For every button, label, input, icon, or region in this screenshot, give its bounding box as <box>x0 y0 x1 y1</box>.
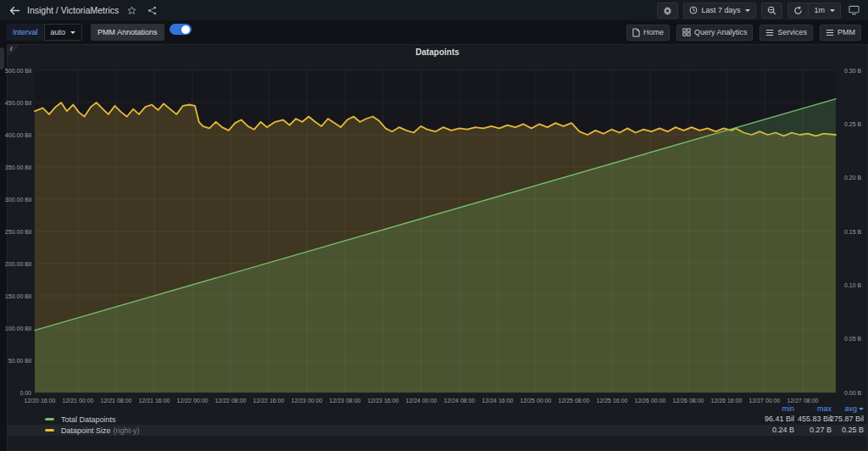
refresh-interval-picker[interactable]: 1m <box>809 3 841 19</box>
navbar-left: Insight / VictoriaMetrics <box>7 3 159 18</box>
link-query-analytics[interactable]: Query Analytics <box>676 25 754 41</box>
back-button[interactable] <box>7 3 22 18</box>
menu-icon <box>765 29 774 36</box>
svg-text:100.00 Bil: 100.00 Bil <box>5 326 32 331</box>
svg-text:0.25 B: 0.25 B <box>844 121 862 127</box>
kiosk-mode-button[interactable] <box>846 3 861 18</box>
svg-text:200.00 Bil: 200.00 Bil <box>5 261 32 267</box>
share-button[interactable] <box>144 3 159 18</box>
svg-text:0.15 B: 0.15 B <box>844 229 862 235</box>
legend-header-row: min max avg <box>8 404 867 414</box>
chevron-down-icon <box>745 9 750 12</box>
sidebar-edge-indicator[interactable] <box>0 47 4 70</box>
interval-variable: Interval auto <box>7 24 82 41</box>
legend-row-total-datapoints: Total Datapoints 96.41 Bil 455.83 Bil 27… <box>8 414 867 425</box>
svg-text:400.00 Bil: 400.00 Bil <box>5 132 32 138</box>
legend-sort-avg[interactable]: avg <box>844 404 864 413</box>
zoom-out-button[interactable] <box>761 3 782 19</box>
svg-text:12/24 08:00: 12/24 08:00 <box>444 398 476 404</box>
link-label: Services <box>777 28 807 36</box>
svg-text:0.00: 0.00 <box>19 390 31 396</box>
timeseries-chart[interactable]: 500.00 Bil450.00 Bil400.00 Bil350.00 Bil… <box>8 45 868 404</box>
clock-icon <box>689 6 698 14</box>
svg-text:12/26 16:00: 12/26 16:00 <box>711 398 743 404</box>
svg-text:12/25 00:00: 12/25 00:00 <box>520 398 552 404</box>
svg-text:300.00 Bil: 300.00 Bil <box>5 197 32 203</box>
grid-icon <box>682 28 691 36</box>
refresh-button[interactable] <box>787 3 809 19</box>
svg-text:12/26 00:00: 12/26 00:00 <box>635 398 666 404</box>
svg-text:12/22 08:00: 12/22 08:00 <box>215 398 247 404</box>
link-pmm[interactable]: PMM <box>820 25 861 41</box>
refresh-interval-label: 1m <box>814 6 825 14</box>
svg-text:12/24 16:00: 12/24 16:00 <box>482 398 514 404</box>
svg-text:150.00 Bil: 150.00 Bil <box>5 293 32 299</box>
panel-datapoints: i Datapoints 500.00 Bil450.00 Bil400.00 … <box>7 44 868 451</box>
chevron-down-icon <box>70 31 75 34</box>
svg-text:12/21 16:00: 12/21 16:00 <box>139 398 170 404</box>
svg-text:12/25 16:00: 12/25 16:00 <box>597 398 628 404</box>
svg-text:12/23 08:00: 12/23 08:00 <box>330 398 361 404</box>
breadcrumb[interactable]: Insight / VictoriaMetrics <box>27 5 119 15</box>
refresh-group: 1m <box>787 3 841 19</box>
svg-text:0.10 B: 0.10 B <box>844 282 862 288</box>
legend-sort-max[interactable]: max <box>817 404 832 413</box>
zoom-out-icon <box>767 6 776 15</box>
interval-label: Interval <box>7 24 44 41</box>
dashboard-settings-button[interactable] <box>657 3 678 19</box>
monitor-icon <box>849 5 860 15</box>
series-color-dash <box>45 429 54 432</box>
legend-row-datapoint-size: Datapoint Size (right-y) 0.24 B 0.27 B 0… <box>8 425 867 436</box>
toggle-knob <box>181 25 190 34</box>
interval-select[interactable]: auto <box>44 24 83 41</box>
series-axis-suffix: (right-y) <box>114 426 140 435</box>
svg-text:12/22 16:00: 12/22 16:00 <box>253 398 285 404</box>
sort-desc-icon <box>859 408 864 410</box>
chevron-down-icon <box>830 9 835 12</box>
svg-text:12/21 00:00: 12/21 00:00 <box>63 398 94 404</box>
svg-text:450.00 Bil: 450.00 Bil <box>5 100 32 106</box>
svg-text:0.30 B: 0.30 B <box>844 68 862 74</box>
svg-text:0.05 B: 0.05 B <box>844 336 862 342</box>
file-icon <box>632 28 640 37</box>
menu-icon <box>826 29 834 36</box>
link-home[interactable]: Home <box>626 25 670 41</box>
top-navbar: Insight / VictoriaMetrics Last 7 days <box>0 0 868 20</box>
svg-text:0.00 B: 0.00 B <box>844 390 862 396</box>
stat-min: 96.41 Bil <box>765 415 794 423</box>
time-range-picker[interactable]: Last 7 days <box>683 3 756 19</box>
pmm-annotations-label: PMM Annotations <box>91 24 164 41</box>
svg-text:250.00 Bil: 250.00 Bil <box>5 229 32 235</box>
legend-sort-min[interactable]: min <box>782 404 794 413</box>
svg-text:12/23 00:00: 12/23 00:00 <box>292 398 323 404</box>
series-label[interactable]: Total Datapoints <box>61 415 116 424</box>
stat-max: 0.27 B <box>810 426 832 434</box>
chart-legend: min max avg Total Datapoints 96.41 Bil 4… <box>8 404 867 436</box>
svg-text:12/21 08:00: 12/21 08:00 <box>101 398 132 404</box>
gear-icon <box>663 6 672 15</box>
link-label: Home <box>643 28 664 36</box>
stat-avg: 275.87 Bil <box>830 415 864 423</box>
svg-text:500.00 Bil: 500.00 Bil <box>5 68 32 74</box>
pmm-annotations-control: PMM Annotations <box>91 24 192 41</box>
time-range-label: Last 7 days <box>701 6 740 14</box>
svg-text:12/20 16:00: 12/20 16:00 <box>25 398 56 404</box>
stat-min: 0.24 B <box>772 426 794 434</box>
star-button[interactable] <box>124 3 139 18</box>
pmm-annotations-toggle[interactable] <box>170 24 192 35</box>
stat-avg: 0.25 B <box>842 426 864 434</box>
svg-text:12/27 08:00: 12/27 08:00 <box>787 398 819 404</box>
star-icon <box>127 6 136 15</box>
refresh-icon <box>793 6 803 15</box>
submenu-left: Interval auto PMM Annotations <box>7 24 192 41</box>
link-services[interactable]: Services <box>760 25 813 41</box>
svg-text:350.00 Bil: 350.00 Bil <box>5 164 32 170</box>
legend-sort-avg-label: avg <box>844 404 857 413</box>
svg-text:50.00 Bil: 50.00 Bil <box>8 358 32 364</box>
svg-text:12/22 00:00: 12/22 00:00 <box>177 398 209 404</box>
svg-text:0.20 B: 0.20 B <box>844 175 862 181</box>
svg-text:12/27 00:00: 12/27 00:00 <box>749 398 781 404</box>
series-label[interactable]: Datapoint Size <box>61 426 111 435</box>
svg-text:12/23 16:00: 12/23 16:00 <box>368 398 399 404</box>
submenu-links: Home Query Analytics Services PMM <box>626 25 861 41</box>
